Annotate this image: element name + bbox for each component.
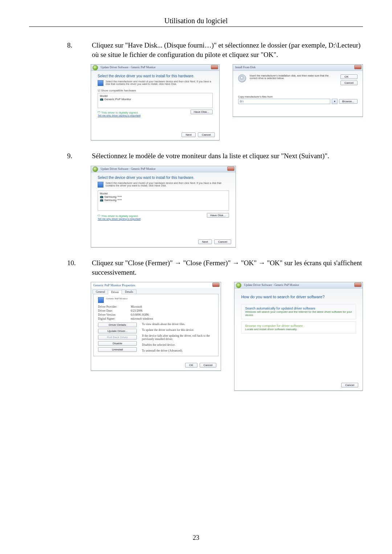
disable-button[interactable]: Disable	[98, 341, 137, 346]
header-rule	[29, 26, 363, 27]
next-button[interactable]: Next	[198, 239, 212, 244]
tab-driver[interactable]: Driver	[108, 290, 122, 294]
tabs: General Driver Details	[93, 290, 221, 294]
model-header: Model	[100, 94, 211, 98]
step-number: 9.	[29, 151, 83, 161]
tab-details[interactable]: Details	[122, 290, 136, 294]
hint-text: Select the manufacturer and model of you…	[106, 80, 213, 86]
tab-general[interactable]: General	[93, 290, 108, 294]
install-from-disk-dialog: Install From Disk Insert the manufacture…	[233, 64, 363, 117]
document-page: Utilisation du logiciel 8. Cliquez sur "…	[0, 0, 392, 554]
list-item[interactable]: 📺 Samsung ****	[100, 195, 227, 198]
step-text: Cliquez sur "Close (Fermer)" → "Close (F…	[83, 258, 363, 277]
cancel-button[interactable]: Cancel	[214, 239, 231, 244]
kv-val: 6.0.6000.16386	[131, 313, 149, 316]
page-header-title: Utilisation du logiciel	[29, 17, 363, 26]
tab-pane: Generic PnP Monitor Driver Provider:Micr…	[93, 294, 219, 356]
model-header: Model	[100, 192, 227, 195]
update-driver-search-dialog: ← Update Driver Software - Generic PnP M…	[234, 282, 363, 391]
window-title: Update Driver Software - Generic PnP Mon…	[101, 167, 156, 171]
cancel-button[interactable]: Cancel	[340, 81, 358, 85]
model-listbox[interactable]: Model 📺 Samsung **** 📺 Samsung ****	[98, 190, 229, 211]
window-controls[interactable]	[354, 65, 362, 69]
browse-button[interactable]: Browse...	[339, 99, 358, 104]
window-controls[interactable]	[227, 167, 234, 171]
back-icon[interactable]: ←	[236, 283, 241, 288]
cancel-button[interactable]: Cancel	[198, 132, 215, 137]
signed-info: 🛡 This driver is digitally signed. Tell …	[98, 111, 140, 117]
device-name: Generic PnP Monitor	[106, 297, 128, 303]
model-listbox[interactable]: Model 📺 Generic PnP Monitor	[98, 93, 213, 108]
have-disk-button[interactable]: Have Disk...	[191, 110, 213, 114]
back-icon[interactable]: ←	[93, 65, 98, 70]
hint-text: Select the manufacturer and model of you…	[106, 182, 229, 188]
driver-details-button[interactable]: Driver Details	[98, 323, 137, 327]
path-input[interactable]: D:\	[238, 99, 330, 104]
step-text: Sélectionnez le modèle de votre moniteur…	[83, 151, 363, 161]
signing-link[interactable]: Tell me why driver signing is important	[98, 114, 140, 117]
window-title: Update Driver Software - Generic PnP Mon…	[244, 283, 299, 287]
hint-row: Select the manufacturer and model of you…	[98, 80, 213, 86]
hint-text: Insert the manufacturer's installation d…	[250, 74, 337, 85]
step-text: Cliquez sur "Have Disk... (Disque fourni…	[83, 41, 363, 59]
cancel-button[interactable]: Cancel	[341, 383, 358, 387]
window-controls[interactable]	[354, 283, 362, 287]
browse-computer-option[interactable]: Browse my computer for driver software L…	[241, 321, 356, 333]
update-driver-select-dialog: ← Update Driver Software - Generic PnP M…	[91, 64, 220, 140]
step-10-screenshots: Generic PnP Monitor Properties General D…	[91, 282, 363, 391]
titlebar: ← Update Driver Software - Generic PnP M…	[234, 282, 363, 288]
window-title: Update Driver Software - Generic PnP Mon…	[101, 66, 156, 69]
kv-key: Driver Version:	[98, 313, 127, 316]
btn-desc: To update the driver software for this d…	[142, 328, 214, 332]
step-number: 8.	[29, 41, 83, 59]
step-9: 9. Sélectionnez le modèle de votre monit…	[29, 151, 363, 161]
monitor-icon	[98, 297, 104, 303]
dialog-heading: Select the device driver you want to ins…	[98, 74, 213, 78]
page-number: 23	[0, 534, 392, 542]
update-driver-model-dialog: ← Update Driver Software - Generic PnP M…	[91, 166, 236, 247]
step-8: 8. Cliquez sur "Have Disk... (Disque fou…	[29, 41, 363, 59]
model-item[interactable]: 📺 Generic PnP Monitor	[100, 98, 211, 101]
kv-val: Microsoft	[131, 305, 142, 308]
window-controls[interactable]	[212, 283, 220, 287]
kv-key: Digital Signer:	[98, 317, 127, 320]
search-auto-option[interactable]: Search automatically for updated driver …	[241, 304, 356, 319]
monitor-icon	[98, 182, 103, 188]
ok-button[interactable]: OK	[185, 363, 197, 368]
option-desc: Windows will search your computer and th…	[245, 310, 352, 317]
titlebar: Install From Disk	[233, 65, 363, 71]
monitor-icon	[98, 80, 103, 86]
titlebar: Generic PnP Monitor Properties	[91, 282, 221, 288]
btn-desc: To uninstall the driver (Advanced).	[142, 349, 214, 352]
step-8-screenshots: ← Update Driver Software - Generic PnP M…	[91, 64, 363, 140]
signed-info: 🛡 This driver is digitally signed. Tell …	[98, 214, 140, 220]
step-9-screenshots: ← Update Driver Software - Generic PnP M…	[91, 166, 363, 247]
rollback-driver-button[interactable]: Roll Back Driver	[98, 335, 137, 340]
uninstall-button[interactable]: Uninstall	[98, 347, 137, 352]
next-button[interactable]: Next	[181, 132, 195, 137]
signing-link[interactable]: Tell me why driver signing is important	[98, 218, 140, 220]
btn-desc: Disables the selected device.	[142, 343, 214, 346]
monitor-properties-dialog: Generic PnP Monitor Properties General D…	[91, 282, 221, 371]
option-desc: Locate and install driver software manua…	[245, 328, 352, 331]
hint-row: Select the manufacturer and model of you…	[98, 182, 229, 188]
update-driver-button[interactable]: Update Driver...	[98, 329, 137, 333]
window-controls[interactable]	[211, 65, 218, 69]
titlebar: ← Update Driver Software - Generic PnP M…	[91, 65, 219, 71]
path-dropdown[interactable]: ▾	[332, 99, 338, 104]
option-title: Browse my computer for driver software	[245, 324, 352, 328]
back-icon[interactable]: ←	[93, 167, 98, 172]
kv-val: microsoft windows	[131, 317, 153, 320]
option-title: Search automatically for updated driver …	[245, 307, 352, 310]
list-item[interactable]: 📺 Samsung ****	[100, 198, 227, 202]
window-title: Install From Disk	[235, 66, 256, 69]
btn-desc: If the device fails after updating the d…	[142, 334, 214, 341]
step-10: 10. Cliquez sur "Close (Fermer)" → "Clos…	[29, 258, 363, 277]
dialog-heading: How do you want to search for driver sof…	[241, 295, 356, 299]
show-compatible-checkbox[interactable]: ☑ Show compatible hardware	[98, 89, 213, 92]
cancel-button[interactable]: Cancel	[200, 363, 217, 368]
copy-from-label: Copy manufacturer's files from:	[238, 95, 358, 98]
titlebar: ← Update Driver Software - Generic PnP M…	[91, 166, 236, 172]
ok-button[interactable]: OK	[340, 74, 358, 79]
have-disk-button[interactable]: Have Disk...	[207, 213, 229, 218]
